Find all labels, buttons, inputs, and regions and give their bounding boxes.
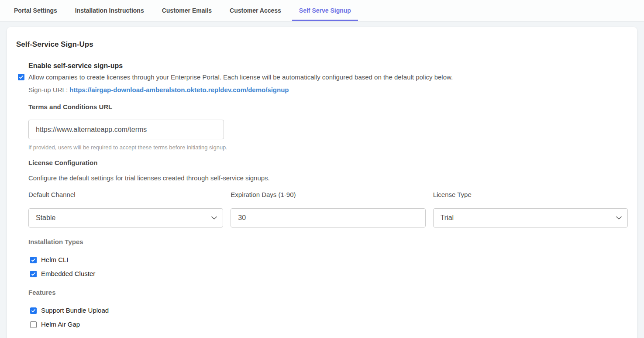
signup-url-line: Sign-up URL: https://airgap-download-amb… xyxy=(28,86,628,94)
tab-customer-emails[interactable]: Customer Emails xyxy=(155,0,219,21)
expiration-days-field: Expiration Days (1-90) xyxy=(231,190,425,228)
terms-url-input[interactable] xyxy=(28,120,224,139)
terms-url-label: Terms and Conditions URL xyxy=(28,103,628,111)
license-settings-grid: Default Channel Stable Expiration Days (… xyxy=(28,190,628,228)
feature-row-support-bundle-upload: Support Bundle Upload xyxy=(30,306,628,315)
feature-row-helm-air-gap: Helm Air Gap xyxy=(30,320,628,329)
tab-customer-access[interactable]: Customer Access xyxy=(223,0,288,21)
default-channel-select[interactable]: Stable xyxy=(28,208,223,228)
check-icon xyxy=(19,75,24,79)
tab-portal-settings[interactable]: Portal Settings xyxy=(7,0,64,21)
self-serve-section: Enable self-service sign-ups Allow compa… xyxy=(28,61,628,329)
signup-url-link[interactable]: https://airgap-download-amberalston.okte… xyxy=(69,86,289,93)
enable-signups-row: Allow companies to create licenses throu… xyxy=(28,73,628,82)
support-bundle-upload-checkbox[interactable] xyxy=(30,307,37,314)
installation-type-row-embedded-cluster: Embedded Cluster xyxy=(30,269,628,278)
license-type-select[interactable]: Trial xyxy=(433,208,628,228)
default-channel-label: Default Channel xyxy=(28,190,223,199)
chevron-down-icon xyxy=(616,216,622,220)
page-title: Self-Service Sign-Ups xyxy=(16,39,628,49)
installation-types-label: Installation Types xyxy=(28,238,628,246)
default-channel-field: Default Channel Stable xyxy=(28,190,223,228)
support-bundle-upload-label[interactable]: Support Bundle Upload xyxy=(41,306,109,315)
license-configuration-description: Configure the default settings for trial… xyxy=(28,174,628,183)
embedded-cluster-label[interactable]: Embedded Cluster xyxy=(41,269,95,278)
license-configuration-heading: License Configuration xyxy=(28,159,628,167)
check-icon xyxy=(31,258,36,262)
tab-installation-instructions[interactable]: Installation Instructions xyxy=(68,0,151,21)
check-icon xyxy=(31,272,36,276)
expiration-days-input[interactable] xyxy=(238,214,418,222)
helm-cli-label[interactable]: Helm CLI xyxy=(41,255,69,264)
expiration-days-label: Expiration Days (1-90) xyxy=(231,190,425,199)
installation-type-row-helm-cli: Helm CLI xyxy=(30,255,628,264)
default-channel-value: Stable xyxy=(36,214,55,222)
features-label: Features xyxy=(28,288,628,297)
tab-self-serve-signup[interactable]: Self Serve Signup xyxy=(292,0,358,21)
license-type-label: License Type xyxy=(433,190,628,199)
signup-url-label: Sign-up URL: xyxy=(28,86,68,93)
license-type-field: License Type Trial xyxy=(433,190,628,228)
helm-cli-checkbox[interactable] xyxy=(30,257,37,263)
helm-air-gap-checkbox[interactable] xyxy=(30,321,37,328)
tab-bar: Portal Settings Installation Instruction… xyxy=(0,0,644,21)
embedded-cluster-checkbox[interactable] xyxy=(30,271,37,277)
license-type-value: Trial xyxy=(441,214,454,222)
content-card: Self-Service Sign-Ups Enable self-servic… xyxy=(7,27,637,338)
terms-url-helper: If provided, users will be required to a… xyxy=(28,144,628,151)
check-icon xyxy=(31,308,36,313)
enable-signups-description: Allow companies to create licenses throu… xyxy=(28,73,453,82)
chevron-down-icon xyxy=(211,216,217,220)
expiration-days-input-wrap xyxy=(231,208,425,228)
enable-signups-checkbox[interactable] xyxy=(18,74,24,80)
helm-air-gap-label[interactable]: Helm Air Gap xyxy=(41,320,80,329)
enable-signups-heading: Enable self-service sign-ups xyxy=(28,61,628,71)
